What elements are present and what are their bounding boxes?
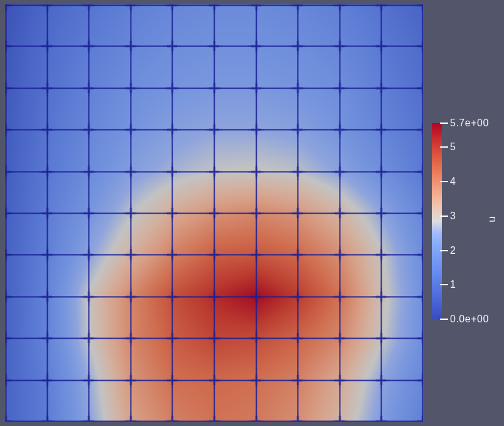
colorbar-tick-label: 3 — [450, 210, 456, 222]
colorbar-tick-dash — [440, 146, 448, 148]
colorbar-tick-dash — [440, 216, 448, 217]
colorbar-tick-label: 4 — [450, 176, 456, 187]
colorbar-tick-dash — [440, 181, 448, 182]
render-viewport[interactable]: 5.7e+00543210.0e+00 u — [0, 0, 504, 426]
colorbar-tick-dash — [440, 250, 448, 251]
colorbar-tick-label: 0.0e+00 — [450, 314, 489, 325]
colorbar-tick-dash — [440, 319, 448, 320]
colorbar-tick-dash — [440, 123, 448, 124]
mesh-canvas[interactable] — [5, 4, 423, 422]
colorbar-tick-dash — [440, 284, 448, 285]
colorbar-tick-label: 5 — [450, 141, 456, 153]
colorbar-tick-label: 2 — [450, 245, 456, 256]
colorbar-tick-label: 1 — [450, 279, 456, 290]
colorbar-title: u — [484, 210, 500, 229]
colorbar-gradient[interactable] — [432, 123, 442, 319]
colorbar-tick-label: 5.7e+00 — [450, 117, 489, 129]
